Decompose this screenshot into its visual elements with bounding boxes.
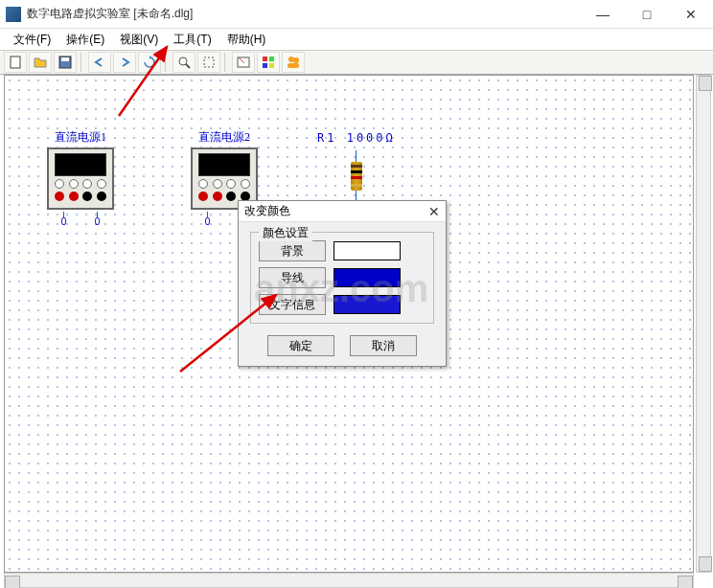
annotation-arrow-2 [171, 276, 305, 381]
titlebar: 数字电路虚拟实验室 [未命名.dlg] — □ ✕ [0, 0, 713, 29]
svg-rect-5 [204, 57, 214, 67]
svg-rect-9 [269, 57, 274, 61]
svg-point-13 [293, 57, 299, 63]
menu-operate[interactable]: 操作(E) [58, 30, 112, 50]
region-button[interactable] [197, 52, 220, 73]
psu1-label: 直流电源1 [47, 129, 114, 146]
dialog-titlebar[interactable]: 改变颜色 ✕ [239, 201, 446, 222]
dialog-close-button[interactable]: ✕ [428, 204, 440, 219]
minimize-button[interactable]: — [581, 0, 625, 29]
save-button[interactable] [54, 52, 77, 73]
svg-rect-14 [288, 63, 299, 68]
settings-button[interactable] [232, 52, 255, 73]
psu1-body[interactable] [47, 147, 114, 210]
bg-color-button[interactable]: 背景 [259, 240, 326, 261]
text-color-swatch[interactable] [334, 295, 401, 314]
scrollbar-horizontal[interactable] [4, 573, 694, 588]
menubar: 文件(F) 操作(E) 视图(V) 工具(T) 帮助(H) [0, 29, 713, 50]
users-button[interactable] [282, 52, 305, 73]
cancel-button[interactable]: 取消 [350, 335, 417, 356]
svg-rect-0 [11, 57, 20, 68]
app-icon [6, 7, 21, 22]
maximize-button[interactable]: □ [625, 0, 669, 29]
svg-rect-11 [269, 63, 274, 68]
svg-rect-8 [263, 57, 267, 61]
svg-rect-2 [61, 57, 69, 61]
wire-color-swatch[interactable] [334, 268, 401, 287]
toolbar [0, 50, 713, 75]
close-button[interactable]: ✕ [669, 0, 713, 29]
svg-line-15 [119, 47, 167, 116]
palette-button[interactable] [257, 52, 280, 73]
annotation-arrow-1 [109, 39, 196, 125]
canvas[interactable]: 直流电源1 00 直流电源2 00 R1 1000Ω a [4, 75, 694, 573]
window-title: 数字电路虚拟实验室 [未命名.dlg] [27, 6, 581, 22]
new-button[interactable] [4, 52, 27, 73]
r1-label: R1 1000Ω [317, 131, 396, 145]
groupbox-title: 颜色设置 [259, 225, 312, 241]
component-psu1[interactable]: 直流电源1 00 [47, 129, 114, 227]
dialog-title-text: 改变颜色 [244, 203, 428, 219]
bg-color-swatch[interactable] [334, 241, 401, 260]
svg-line-16 [180, 295, 276, 372]
psu2-screen [198, 153, 250, 176]
undo-button[interactable] [88, 52, 111, 73]
psu1-screen [55, 153, 106, 176]
psu2-label: 直流电源2 [191, 129, 258, 146]
window-controls: — □ ✕ [581, 0, 713, 29]
menu-file[interactable]: 文件(F) [6, 30, 58, 50]
menu-help[interactable]: 帮助(H) [219, 30, 274, 50]
svg-rect-10 [263, 63, 267, 68]
component-r1[interactable]: R1 1000Ω [317, 131, 396, 198]
scrollbar-vertical[interactable] [696, 75, 711, 573]
open-button[interactable] [29, 52, 52, 73]
svg-point-12 [288, 57, 294, 62]
